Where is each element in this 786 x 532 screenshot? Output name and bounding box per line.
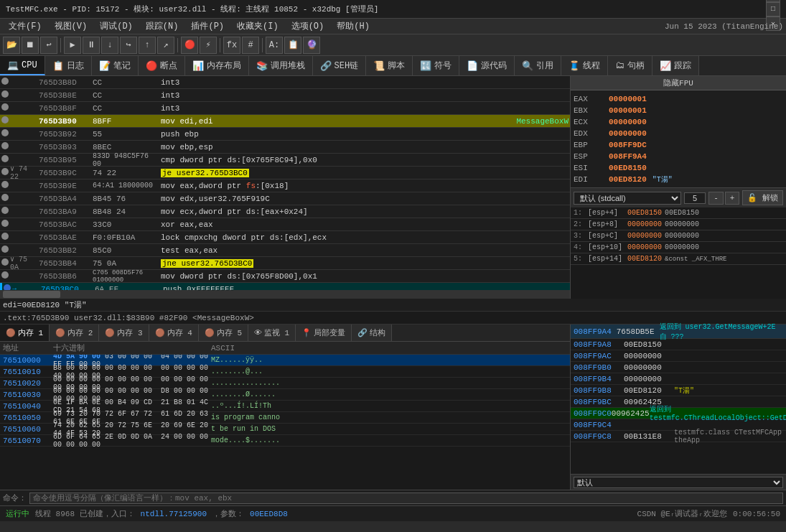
mem-tab-5[interactable]: 🟤 内存 5	[199, 325, 248, 341]
reg-row-ebp[interactable]: EBP 008FF9DC	[574, 139, 783, 151]
tool-open[interactable]: 📂	[3, 37, 20, 54]
tab-bp[interactable]: 🔴 断点	[139, 56, 185, 75]
table-row[interactable]: 008FF9B0 00000000	[571, 362, 786, 373]
tool-patch[interactable]: 📋	[284, 37, 301, 54]
memory-content[interactable]: 76510000 4D 5A 90 00 03 00 00 00 04 00 0…	[0, 355, 570, 490]
tab-memlayout[interactable]: 📊 内存布局	[185, 56, 249, 75]
plus-button[interactable]: +	[725, 192, 740, 205]
unlock-button[interactable]: 🔓 解锁	[742, 190, 783, 205]
table-row[interactable]: 765D3BB2 85C0 test eax,eax	[0, 244, 570, 257]
menu-view[interactable]: 视图(V)	[49, 19, 93, 34]
menu-file[interactable]: 文件(F)	[3, 19, 47, 34]
tab-seh[interactable]: 🔗 SEH链	[313, 56, 367, 75]
stackframe-count[interactable]	[684, 192, 706, 204]
callconv-dropdown[interactable]: 默认 (stdcall)	[574, 192, 681, 205]
watch-icon: 👁	[254, 328, 262, 337]
table-row[interactable]: 765D3B8E CC int3	[0, 89, 570, 102]
table-row[interactable]: ∨ 74 22 765D3B9C 74 22 je user32.765D3BC…	[0, 167, 570, 179]
table-row[interactable]: ∨ 75 0A 765D3BB4 75 0A jne user32.765D3B…	[0, 257, 570, 270]
tab-symbol[interactable]: 🔣 符号	[413, 56, 459, 75]
reg-row-esp[interactable]: ESP 008FF9A4	[574, 151, 783, 162]
mem-tab-watch[interactable]: 👁 监视 1	[248, 325, 296, 341]
tool-restart[interactable]: ↩	[40, 37, 57, 54]
tool-stop[interactable]: ⏹	[22, 37, 39, 54]
table-row[interactable]: 765D3B90 8BFF mov edi,edi MessageBoxW	[0, 115, 570, 128]
tool-scylla[interactable]: 🔮	[303, 37, 320, 54]
mem-tab-1[interactable]: 🟤 内存 1	[0, 325, 50, 341]
table-row[interactable]: 008FF9C8 00B131E8 testmfc.class CTestMFC…	[571, 431, 786, 442]
tab-trace2[interactable]: 📈 跟踪	[652, 56, 699, 75]
thread-addr-link[interactable]: ntdll.77125900	[141, 510, 207, 518]
menu-help[interactable]: 帮助(H)	[331, 19, 375, 34]
table-row[interactable]: 765D3B9E 64:A1 18000000 mov eax,dword pt…	[0, 179, 570, 192]
table-row[interactable]: 765D3B95 833D 948C5F76 00 cmp dword ptr …	[0, 154, 570, 167]
minus-button[interactable]: -	[708, 192, 724, 205]
reg-row-esi[interactable]: ESI 00ED8150	[574, 162, 783, 174]
table-row[interactable]: 765D3BB6 C705 008D5F76 01000000 mov dwor…	[0, 270, 570, 283]
table-row[interactable]: 765D3B8F CC int3	[0, 102, 570, 115]
tool-hash[interactable]: #	[242, 37, 259, 54]
tool-step-into[interactable]: ↓	[101, 37, 118, 54]
mem-addr: 76510010	[3, 368, 53, 376]
tool-script[interactable]: fx	[223, 37, 240, 54]
tab-script[interactable]: 📜 脚本	[366, 56, 413, 75]
stack-addr: 008FF9C4	[574, 421, 624, 429]
tool-bp-hw[interactable]: ⚡	[200, 37, 217, 54]
table-row[interactable]: 76510070 6D 6F 64 65 2E 0D 0D 0A 24 00 0…	[0, 435, 570, 447]
mem-tab-struct[interactable]: 🔗 结构	[352, 325, 392, 341]
disasm-table[interactable]: 765D3B8D CC int3 765D3B8E CC int3 765D3B…	[0, 76, 570, 290]
mem-tab-locals[interactable]: 📍 局部变量	[296, 325, 352, 341]
table-row[interactable]: 008FF9AC 00000000	[571, 350, 786, 362]
table-row[interactable]: 008FF9C0 00962425 返回到 testmfc.CThreadLoc…	[571, 408, 786, 419]
status-time: 0:00:56:50	[733, 510, 780, 518]
mem-tab-3[interactable]: 🟤 内存 3	[99, 325, 149, 341]
menu-favorites[interactable]: 收藏夹(I)	[231, 19, 284, 34]
param-addr-link[interactable]: 00EED8D8	[250, 510, 288, 518]
tool-pause[interactable]: ⏸	[83, 37, 100, 54]
instr: mov ebp,esp	[161, 143, 569, 151]
tool-bp[interactable]: 🔴	[181, 37, 198, 54]
mem-tab-2[interactable]: 🟤 内存 2	[50, 325, 99, 341]
disasm-hscroll[interactable]	[0, 290, 570, 299]
maximize-button[interactable]: □	[766, 2, 780, 17]
table-row[interactable]: 008FF9B8 00ED8120 "T湯"	[571, 385, 786, 396]
tool-run-to-cursor[interactable]: ↗	[157, 37, 174, 54]
tab-thread[interactable]: 🧵 线程	[561, 56, 608, 75]
tab-source-label: 源代码	[481, 60, 507, 72]
table-row[interactable]: 765D3BA9 8B48 24 mov ecx,dword ptr ds:[e…	[0, 205, 570, 218]
reg-row-eax[interactable]: EAX 00000001	[574, 93, 783, 105]
table-row[interactable]: 008FF9B4 00000000	[571, 373, 786, 385]
tool-run[interactable]: ▶	[64, 37, 81, 54]
reg-row-edx[interactable]: EDX 00000000	[574, 128, 783, 139]
tab-reference[interactable]: 🔍 引用	[515, 56, 561, 75]
tab-note[interactable]: 📝 笔记	[92, 56, 139, 75]
table-row[interactable]: 008FF9A8 00ED8150	[571, 339, 786, 350]
table-row[interactable]: 765D3B8D CC int3	[0, 76, 570, 89]
tab-handle[interactable]: 🗂 句柄	[608, 56, 652, 75]
menu-plugins[interactable]: 插件(P)	[185, 19, 230, 34]
menu-debug[interactable]: 调试(D)	[94, 19, 139, 34]
reg-row-ecx[interactable]: ECX 00000000	[574, 116, 783, 128]
table-row[interactable]: 765D3B93 8BEC mov ebp,esp	[0, 141, 570, 154]
tab-callstack[interactable]: 📚 调用堆栈	[249, 56, 313, 75]
table-row[interactable]: 765D3B92 55 push ebp	[0, 128, 570, 141]
menu-options[interactable]: 选项(O)	[286, 19, 330, 34]
reg-row-edi[interactable]: EDI 00ED8120 "T湯"	[574, 174, 783, 185]
table-row[interactable]: 765D3BA4 8B45 76 mov edx,user32.765F919C	[0, 192, 570, 205]
reg-row-ebx[interactable]: EBX 00000001	[574, 105, 783, 116]
tab-log[interactable]: 📋 日志	[45, 56, 92, 75]
table-row[interactable]: 765D3BAE F0:0FB10A lock cmpxchg dword pt…	[0, 231, 570, 244]
menu-trace[interactable]: 跟踪(N)	[140, 19, 184, 34]
stack-dropdown[interactable]: 默认	[574, 477, 783, 488]
mem-ascii: ........@...	[211, 368, 567, 375]
tool-step-out[interactable]: ↑	[139, 37, 156, 54]
tab-source[interactable]: 📄 源代码	[459, 56, 515, 75]
stack-content[interactable]: 008FF9A8 00ED8150 008FF9AC 00000000 008F…	[571, 339, 786, 474]
mem-tab-4[interactable]: 🟤 内存 4	[149, 325, 199, 341]
cmd-input[interactable]	[29, 493, 783, 504]
tool-search[interactable]: A:	[266, 37, 283, 54]
tab-cpu[interactable]: 💻 CPU	[0, 56, 45, 75]
table-row[interactable]: → 765D3BC0 6A FF push 0xFFFFFFFF	[0, 283, 570, 290]
table-row[interactable]: 765D3BAC 33C0 xor eax,eax	[0, 218, 570, 231]
tool-step-over[interactable]: ↪	[120, 37, 137, 54]
